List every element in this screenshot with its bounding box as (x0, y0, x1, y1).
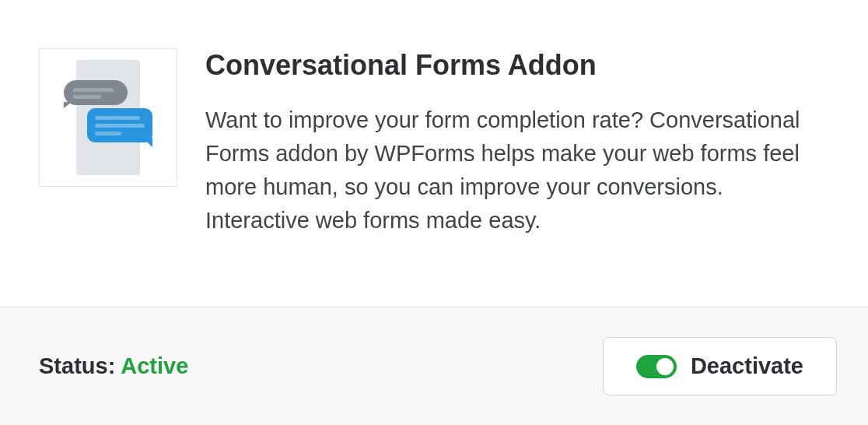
svg-rect-9 (95, 132, 121, 135)
svg-rect-1 (64, 80, 128, 105)
status-value: Active (121, 353, 188, 378)
svg-rect-4 (73, 95, 101, 99)
status-text: Status: Active (39, 353, 188, 379)
addon-header: Conversational Forms Addon Want to impro… (0, 0, 868, 307)
chat-bubbles-icon (62, 60, 154, 175)
addon-footer: Status: Active Deactivate (0, 307, 868, 425)
addon-text: Conversational Forms Addon Want to impro… (205, 48, 824, 260)
addon-thumbnail (39, 48, 177, 187)
svg-marker-2 (64, 102, 72, 108)
status-label: Status: (39, 353, 115, 378)
deactivate-button[interactable]: Deactivate (603, 337, 837, 395)
svg-rect-3 (73, 88, 114, 92)
toggle-icon (636, 355, 677, 378)
addon-description: Want to improve your form completion rat… (205, 104, 824, 237)
deactivate-label: Deactivate (691, 353, 803, 379)
svg-rect-7 (95, 116, 140, 120)
addon-card: Conversational Forms Addon Want to impro… (0, 0, 868, 425)
addon-title: Conversational Forms Addon (205, 48, 824, 82)
svg-rect-8 (95, 124, 145, 128)
